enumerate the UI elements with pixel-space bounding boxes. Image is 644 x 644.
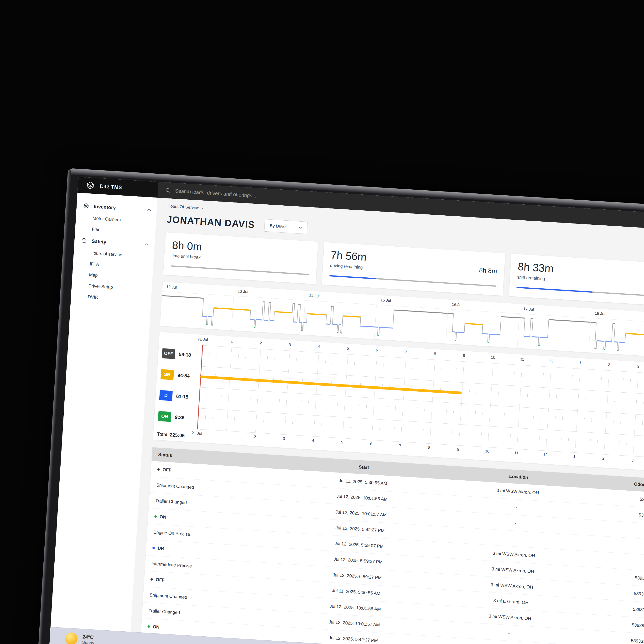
status-dot-icon (147, 625, 150, 628)
cell-odometer: - (590, 556, 644, 566)
sidebar-section-label: Inventory (94, 203, 147, 213)
hour-label: 10 (491, 355, 496, 360)
cell-status: Trailer Changed (148, 608, 180, 615)
status-badge: D (159, 390, 173, 401)
hour-label: 11 (520, 357, 524, 362)
hour-label: 8 (428, 445, 430, 450)
metric-card-driving: 7h 56m driving remaining 8h 8m (322, 242, 505, 296)
day-label: 16 Jul (452, 302, 462, 307)
taskbar-temperature: 24°C (82, 634, 95, 640)
status-badge: OFF (162, 348, 175, 359)
hour-label: 21 Jul (197, 337, 208, 342)
day-label: 13 Jul (238, 289, 248, 294)
cell-status: OFF (156, 577, 165, 583)
metric-card-break: 8h 0m time until break (163, 232, 318, 284)
daily-grid (197, 345, 644, 472)
cell-status: Trailer Changed (155, 498, 187, 505)
progress-track (516, 287, 644, 296)
cell-status: Shipment Changed (156, 482, 194, 490)
progress-fill (516, 287, 592, 293)
hour-label: 3 (637, 364, 639, 369)
status-total: 59:18 (179, 352, 191, 358)
cell-odometer: 539331 (589, 572, 644, 582)
hour-label: 2 (608, 362, 610, 367)
cell-odometer: 539331 (585, 635, 644, 644)
cell-status: OFF (162, 467, 171, 473)
hour-label: 1 (579, 360, 581, 365)
status-legend-row: SB94:54 (161, 369, 190, 381)
laptop-screen: D42TMS Search loads, drivers and offerin… (49, 177, 644, 644)
hour-label: 7 (399, 443, 401, 448)
status-dot-icon (151, 578, 153, 581)
breadcrumb-link[interactable]: Hours Of Service (167, 203, 199, 210)
status-legend-row: ON9:36 (158, 411, 185, 423)
chevron-up-icon (144, 243, 149, 246)
hour-label: 4 (318, 344, 320, 349)
hour-label: 8 (434, 352, 436, 356)
column-header-odometer[interactable]: Odometer (595, 479, 644, 488)
hos-events-table: Status Start Location Odometer OFFJul 11… (138, 447, 644, 644)
brand-title: D42TMS (100, 183, 122, 190)
sidebar-section-label: Safety (92, 238, 145, 247)
hour-label: 9 (463, 353, 465, 358)
status-dot-icon (154, 515, 157, 518)
cell-status: ON (153, 624, 160, 630)
desktop-background: D42TMS Search loads, drivers and offerin… (0, 0, 644, 644)
progress-fill (329, 275, 376, 279)
status-total: 94:54 (177, 373, 190, 379)
table-body: OFFJul 11, 2025, 5:30:55 AM3 mi WSW Akro… (138, 461, 644, 644)
status-total: 9:36 (175, 414, 185, 420)
progress-track (171, 265, 309, 275)
hour-label: 12 (543, 452, 548, 457)
cell-status: Intermediate Precise (151, 561, 192, 568)
cell-status: Shipment Changed (149, 592, 187, 600)
sunny-weather-icon (65, 632, 78, 644)
total-value: 225:05 (170, 432, 185, 438)
hour-label: 3 (283, 436, 285, 441)
weather-widget[interactable]: 24°C Sunny (82, 634, 95, 644)
sidebar-nav: InventoryMotor CarriersFleetSafetyHours … (71, 199, 157, 306)
history-clock-icon (81, 238, 87, 244)
hour-label: 6 (376, 348, 378, 353)
day-label: 18 Jul (595, 311, 605, 316)
cell-odometer: - (591, 541, 644, 550)
hour-label: 2 (260, 341, 262, 345)
hour-label: 7 (405, 350, 407, 354)
hour-label: 12 (549, 358, 554, 363)
status-badge: SB (161, 369, 174, 380)
hour-label: 6 (370, 442, 372, 447)
hour-label: 5 (347, 346, 349, 351)
day-label: 17 Jul (523, 306, 534, 312)
status-legend-row: D61:15 (159, 390, 189, 402)
status-total: 61:15 (176, 393, 188, 400)
cell-odometer: 539331 (587, 604, 644, 613)
day-label: 12 Jul (166, 284, 177, 290)
daily-total: Total 225:05 (157, 431, 185, 438)
steering-wheel-icon (83, 203, 89, 209)
hour-label: 11 (514, 451, 519, 455)
hour-label: 1 (573, 454, 576, 459)
cell-odometer: 539331 (594, 494, 644, 503)
chevron-right-icon: › (202, 207, 203, 210)
hour-label: 4 (312, 438, 314, 443)
status-dot-icon (152, 546, 155, 549)
cell-status: ON (160, 514, 166, 520)
chevron-up-icon (146, 208, 151, 212)
status-dot-icon (157, 468, 160, 471)
status-badge: ON (158, 411, 171, 422)
search-icon (165, 187, 171, 193)
taskbar-condition: Sunny (82, 639, 94, 644)
metric-card-shift: 8h 33m shift remaining (509, 254, 644, 305)
hour-label: 10 (485, 449, 490, 454)
cell-odometer: 539331 (588, 588, 644, 597)
metric-secondary-value: 8h 8m (479, 267, 497, 275)
main-content: Hours Of Service › JONATHAN DAVIS By Dri… (129, 197, 644, 644)
cell-odometer: 539389 (586, 619, 644, 629)
view-selector-dropdown[interactable]: By Driver (264, 219, 308, 234)
hour-label: 3 (289, 343, 291, 347)
total-label: Total (157, 431, 167, 437)
hour-label: 21 Jul (192, 431, 202, 436)
day-label: 14 Jul (309, 293, 320, 299)
chevron-down-icon (298, 226, 302, 229)
hour-label: 1 (230, 339, 233, 344)
